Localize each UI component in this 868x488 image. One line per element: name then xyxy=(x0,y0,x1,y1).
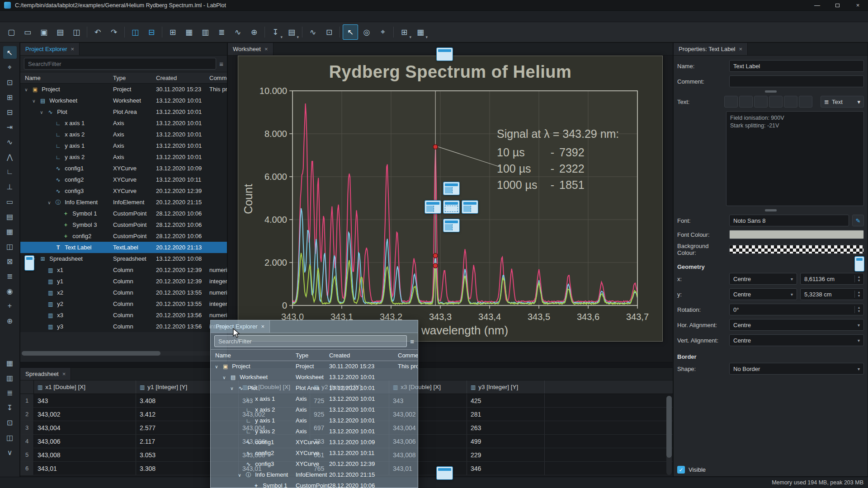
expand-arrow-icon[interactable]: ∨ xyxy=(236,470,243,480)
menu-worksheet[interactable] xyxy=(42,11,51,22)
dock-pin-button[interactable] xyxy=(649,370,658,379)
rotation-spinbox[interactable]: 0° ▴▾ xyxy=(729,304,864,315)
Symbol 1[interactable]: + Symbol 1 CustomPoint 28.12.2020 10:06 xyxy=(20,208,227,219)
workbook-view-button[interactable]: ◫ xyxy=(127,24,143,40)
plot-area[interactable] xyxy=(238,56,663,342)
symbol-pi-button[interactable] xyxy=(784,96,797,108)
row-number[interactable]: 6 xyxy=(20,462,34,475)
menu-edit[interactable] xyxy=(10,11,18,22)
expand-arrow-icon[interactable]: ∨ xyxy=(213,361,220,372)
dock-menu-button[interactable] xyxy=(627,45,636,54)
italic-button[interactable] xyxy=(739,96,753,108)
expand-arrow-icon[interactable]: ∨ xyxy=(221,372,227,383)
config2[interactable]: ∿ config2 XYCurve 13.12.2020 10:11 xyxy=(20,174,227,185)
scrollbar-thumb[interactable] xyxy=(666,396,672,458)
sheet-split-tool[interactable]: ◫ xyxy=(3,431,17,444)
tab-project-explorer[interactable]: Project Explorer × xyxy=(20,43,80,55)
x axis 1[interactable]: ∟ x axis 1 Axis 13.12.2020 10:01 xyxy=(20,117,227,129)
sheet-grid-tool[interactable]: ▦ xyxy=(3,357,17,369)
dock-float-button[interactable] xyxy=(833,45,842,54)
worksheet-canvas[interactable]: Rydberg Spectrum of Helium Count wavelen… xyxy=(238,56,663,342)
info-element[interactable]: Signal at λ = 343.29 nm:10 µs-7392100 µs… xyxy=(497,127,642,193)
y axis 1[interactable]: ∟ y axis 1 Axis 13.12.2020 10:01 xyxy=(20,140,227,151)
spin-down-icon[interactable]: ▾ xyxy=(858,294,860,298)
filter-options-icon[interactable]: ≡ xyxy=(410,338,414,345)
tab-properties-text-label[interactable]: Properties: Text Label × xyxy=(674,43,748,55)
config1[interactable]: ∿ config1 XYCurve 13.12.2020 10:09 xyxy=(20,163,227,174)
crosshair-button[interactable]: ⌖ xyxy=(375,24,391,40)
zoom-fit-tool[interactable]: ⊕ xyxy=(3,314,17,327)
dropdown-caret-icon[interactable]: ▾ xyxy=(425,35,428,39)
sheet-rows-tool[interactable]: ≣ xyxy=(3,386,17,399)
Text Label[interactable]: T Text Label TextLabel 20.12.2020 21:13 xyxy=(20,242,227,253)
menu-data-extractor[interactable] xyxy=(67,11,75,22)
text-mode-select[interactable]: ≣ Text ▾ xyxy=(821,96,864,108)
Symbol 3[interactable]: + Symbol 3 CustomPoint 28.12.2020 10:06 xyxy=(20,219,227,230)
Worksheet[interactable]: ∨ ▤ Worksheet Worksheet 13.12.2020 10:01 xyxy=(20,95,227,106)
plot-title[interactable]: Rydberg Spectrum of Helium xyxy=(238,62,662,82)
toolbar-button[interactable] xyxy=(85,27,89,38)
subscript-button[interactable] xyxy=(769,96,783,108)
float-column-headers[interactable]: Name Type Created Comment xyxy=(211,349,418,361)
config2[interactable]: ∿ config2 XYCurve 13.12.2020 10:11 xyxy=(211,448,418,459)
dock-float-button[interactable] xyxy=(638,45,647,54)
name-field[interactable] xyxy=(729,60,864,72)
cell[interactable]: 425 xyxy=(467,394,545,407)
menu-tools[interactable] xyxy=(83,11,91,22)
Project[interactable]: ∨ ▣ Project Project 30.11.2020 15:23 Thi… xyxy=(20,84,227,95)
row-number[interactable]: 3 xyxy=(20,421,34,434)
sheet-export-tool[interactable]: ↧ xyxy=(3,401,17,414)
row-number[interactable]: 1 xyxy=(20,394,34,407)
grid-layout-button[interactable]: ▦ ▾ xyxy=(413,24,428,40)
column-header-created[interactable]: Created xyxy=(156,72,177,84)
x-position-select[interactable]: Centre ▾ xyxy=(729,273,797,285)
tab-worksheet[interactable]: Worksheet × xyxy=(228,43,274,55)
explorer-column-headers[interactable]: Name Type Created Comment xyxy=(20,72,227,84)
Plot[interactable]: ∨ ∿ Plot Plot Area 13.12.2020 10:01 xyxy=(211,383,418,394)
menu-analysis[interactable] xyxy=(59,11,67,22)
y axis 1[interactable]: ∟ y axis 1 Axis 13.12.2020 10:01 xyxy=(211,415,418,426)
column-header-created[interactable]: Created xyxy=(329,350,350,361)
image-tool[interactable]: ⊠ xyxy=(3,255,17,267)
tab-close-icon[interactable]: × xyxy=(261,323,264,330)
dock-float-button[interactable] xyxy=(192,45,201,54)
Spreadsheet[interactable]: ∨ ⊞ Spreadsheet Spreadsheet 13.12.2020 1… xyxy=(20,253,227,264)
shift-curve-tool[interactable]: ⇥ xyxy=(3,121,17,133)
sort-button[interactable]: ≣ xyxy=(214,24,229,40)
vertical-scrollbar[interactable] xyxy=(666,396,672,475)
column-header-name[interactable]: Name xyxy=(211,352,231,359)
config3[interactable]: ∿ config3 XYCurve 20.12.2020 12:39 xyxy=(211,459,418,469)
dock-close-button[interactable] xyxy=(855,45,864,54)
worksheet-tool[interactable]: ▤ xyxy=(3,210,17,223)
statistics-button[interactable]: ▥ xyxy=(198,24,213,40)
open-project-button[interactable]: ▭ xyxy=(20,24,35,40)
layout-tool[interactable]: ◫ xyxy=(3,240,17,253)
border-shape-select[interactable]: No Border ▾ xyxy=(729,363,864,375)
splitter-handle[interactable] xyxy=(765,209,777,211)
search-input[interactable] xyxy=(214,335,407,347)
expand-arrow-icon[interactable]: ∨ xyxy=(31,95,37,106)
x2[interactable]: ▥ x2 Column 20.12.2020 13:55 numerical xyxy=(20,287,227,298)
print-button[interactable]: ▤ xyxy=(52,24,68,40)
tab-close-icon[interactable]: × xyxy=(264,46,268,52)
x3[interactable]: ▥ x3 Column 20.12.2020 13:56 numerical xyxy=(20,310,227,321)
x axis 2[interactable]: ∟ x axis 2 Axis 13.12.2020 10:01 xyxy=(211,404,418,415)
cell[interactable]: 343,004 xyxy=(34,421,136,434)
hor-alignment-select[interactable]: Centre ▾ xyxy=(729,319,864,331)
dock-close-button[interactable] xyxy=(660,370,670,379)
toolbar-button[interactable] xyxy=(338,27,342,38)
menu-windows[interactable] xyxy=(75,11,83,22)
dock-menu-button[interactable] xyxy=(181,45,190,54)
x1[interactable]: ▥ x1 Column 20.12.2020 12:39 numerical xyxy=(20,264,227,276)
visible-checkbox[interactable]: ✓ xyxy=(677,466,685,474)
dock-close-button[interactable] xyxy=(406,322,415,331)
dock-float-button[interactable] xyxy=(394,322,403,331)
cell[interactable]: 263 xyxy=(467,421,545,434)
menu-settings[interactable] xyxy=(91,11,99,22)
cell[interactable]: 343 xyxy=(34,394,136,407)
toolbar-button[interactable] xyxy=(160,27,164,38)
scrollbar-thumb[interactable] xyxy=(22,351,160,356)
marker-point[interactable] xyxy=(433,145,438,149)
zoom-in-button[interactable]: ⊕ xyxy=(246,24,262,40)
column-header-type[interactable]: Type xyxy=(296,350,308,361)
